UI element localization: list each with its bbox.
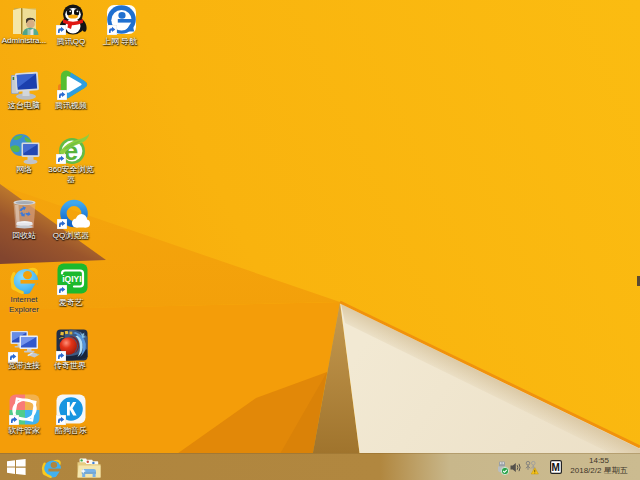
svg-text:iQIYI: iQIYI — [62, 274, 81, 284]
svg-text:M: M — [552, 462, 560, 473]
